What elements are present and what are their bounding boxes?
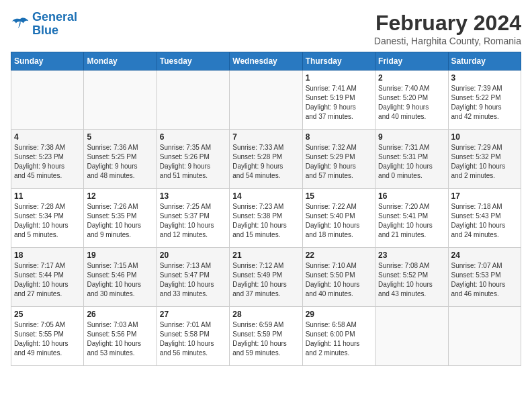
- calendar-cell: 11Sunrise: 7:28 AM Sunset: 5:34 PM Dayli…: [11, 189, 84, 248]
- calendar-cell: 21Sunrise: 7:12 AM Sunset: 5:49 PM Dayli…: [230, 248, 302, 307]
- day-info: Sunrise: 7:20 AM Sunset: 5:41 PM Dayligh…: [378, 202, 445, 240]
- calendar-cell: [157, 71, 229, 130]
- day-info: Sunrise: 7:25 AM Sunset: 5:37 PM Dayligh…: [160, 202, 226, 240]
- logo-text: GeneralBlue: [32, 11, 77, 38]
- calendar-table: SundayMondayTuesdayWednesdayThursdayFrid…: [11, 52, 521, 366]
- calendar-cell: 29Sunrise: 6:58 AM Sunset: 6:00 PM Dayli…: [302, 307, 375, 366]
- day-info: Sunrise: 7:28 AM Sunset: 5:34 PM Dayligh…: [14, 202, 81, 240]
- calendar-cell: 27Sunrise: 7:01 AM Sunset: 5:58 PM Dayli…: [157, 307, 229, 366]
- day-number: 4: [14, 132, 81, 142]
- day-number: 16: [378, 191, 445, 201]
- day-number: 29: [306, 310, 372, 319]
- calendar-cell: 23Sunrise: 7:08 AM Sunset: 5:52 PM Dayli…: [375, 248, 448, 307]
- day-number: 19: [87, 250, 153, 260]
- col-header-thursday: Thursday: [302, 52, 375, 71]
- day-info: Sunrise: 7:08 AM Sunset: 5:52 PM Dayligh…: [378, 261, 445, 299]
- calendar-cell: 12Sunrise: 7:26 AM Sunset: 5:35 PM Dayli…: [84, 189, 157, 248]
- day-info: Sunrise: 7:01 AM Sunset: 5:58 PM Dayligh…: [160, 320, 226, 358]
- month-title: February 2024: [374, 11, 521, 36]
- day-number: 18: [14, 250, 81, 260]
- day-info: Sunrise: 7:22 AM Sunset: 5:40 PM Dayligh…: [306, 202, 372, 240]
- day-number: 10: [451, 132, 518, 142]
- calendar-cell: 22Sunrise: 7:10 AM Sunset: 5:50 PM Dayli…: [302, 248, 375, 307]
- day-info: Sunrise: 7:36 AM Sunset: 5:25 PM Dayligh…: [87, 143, 153, 181]
- day-info: Sunrise: 7:26 AM Sunset: 5:35 PM Dayligh…: [87, 202, 153, 240]
- day-info: Sunrise: 7:07 AM Sunset: 5:53 PM Dayligh…: [451, 261, 518, 299]
- calendar-cell: 13Sunrise: 7:25 AM Sunset: 5:37 PM Dayli…: [157, 189, 229, 248]
- col-header-sunday: Sunday: [11, 52, 84, 71]
- day-info: Sunrise: 7:15 AM Sunset: 5:46 PM Dayligh…: [87, 261, 153, 299]
- calendar-cell: 18Sunrise: 7:17 AM Sunset: 5:44 PM Dayli…: [11, 248, 84, 307]
- day-info: Sunrise: 7:32 AM Sunset: 5:29 PM Dayligh…: [306, 143, 372, 181]
- day-info: Sunrise: 7:05 AM Sunset: 5:55 PM Dayligh…: [14, 320, 81, 358]
- day-number: 11: [14, 191, 81, 201]
- calendar-cell: 26Sunrise: 7:03 AM Sunset: 5:56 PM Dayli…: [84, 307, 157, 366]
- calendar-cell: 16Sunrise: 7:20 AM Sunset: 5:41 PM Dayli…: [375, 189, 448, 248]
- day-info: Sunrise: 7:41 AM Sunset: 5:19 PM Dayligh…: [306, 84, 372, 122]
- day-number: 7: [232, 132, 299, 142]
- calendar-cell: [84, 71, 157, 130]
- day-number: 22: [306, 250, 372, 260]
- day-info: Sunrise: 7:23 AM Sunset: 5:38 PM Dayligh…: [232, 202, 299, 240]
- calendar-cell: 4Sunrise: 7:38 AM Sunset: 5:23 PM Daylig…: [11, 130, 84, 189]
- day-number: 2: [378, 73, 445, 83]
- page-header: GeneralBlue February 2024 Danesti, Hargh…: [11, 11, 521, 46]
- calendar-cell: [375, 307, 448, 366]
- day-number: 27: [160, 310, 226, 319]
- col-header-wednesday: Wednesday: [230, 52, 302, 71]
- day-number: 9: [378, 132, 445, 142]
- day-info: Sunrise: 7:12 AM Sunset: 5:49 PM Dayligh…: [232, 261, 299, 299]
- day-info: Sunrise: 7:17 AM Sunset: 5:44 PM Dayligh…: [14, 261, 81, 299]
- day-info: Sunrise: 7:33 AM Sunset: 5:28 PM Dayligh…: [232, 143, 299, 181]
- logo-bird-icon: [11, 17, 30, 32]
- day-info: Sunrise: 7:31 AM Sunset: 5:31 PM Dayligh…: [378, 143, 445, 181]
- day-info: Sunrise: 7:39 AM Sunset: 5:22 PM Dayligh…: [451, 84, 518, 122]
- calendar-cell: [448, 307, 521, 366]
- calendar-cell: 20Sunrise: 7:13 AM Sunset: 5:47 PM Dayli…: [157, 248, 229, 307]
- calendar-cell: 17Sunrise: 7:18 AM Sunset: 5:43 PM Dayli…: [448, 189, 521, 248]
- day-number: 21: [232, 250, 299, 260]
- calendar-cell: 25Sunrise: 7:05 AM Sunset: 5:55 PM Dayli…: [11, 307, 84, 366]
- day-number: 24: [451, 250, 518, 260]
- day-info: Sunrise: 7:18 AM Sunset: 5:43 PM Dayligh…: [451, 202, 518, 240]
- day-info: Sunrise: 7:29 AM Sunset: 5:32 PM Dayligh…: [451, 143, 518, 181]
- col-header-monday: Monday: [84, 52, 157, 71]
- calendar-cell: 8Sunrise: 7:32 AM Sunset: 5:29 PM Daylig…: [302, 130, 375, 189]
- day-number: 8: [306, 132, 372, 142]
- day-number: 20: [160, 250, 226, 260]
- calendar-cell: 7Sunrise: 7:33 AM Sunset: 5:28 PM Daylig…: [230, 130, 302, 189]
- logo: GeneralBlue: [11, 11, 77, 38]
- calendar-cell: 2Sunrise: 7:40 AM Sunset: 5:20 PM Daylig…: [375, 71, 448, 130]
- calendar-cell: 9Sunrise: 7:31 AM Sunset: 5:31 PM Daylig…: [375, 130, 448, 189]
- day-number: 28: [232, 310, 299, 319]
- day-number: 26: [87, 310, 153, 319]
- day-number: 6: [160, 132, 226, 142]
- day-number: 5: [87, 132, 153, 142]
- day-info: Sunrise: 7:40 AM Sunset: 5:20 PM Dayligh…: [378, 84, 445, 122]
- calendar-cell: 28Sunrise: 6:59 AM Sunset: 5:59 PM Dayli…: [230, 307, 302, 366]
- day-info: Sunrise: 6:59 AM Sunset: 5:59 PM Dayligh…: [232, 320, 299, 358]
- col-header-saturday: Saturday: [448, 52, 521, 71]
- day-info: Sunrise: 7:13 AM Sunset: 5:47 PM Dayligh…: [160, 261, 226, 299]
- calendar-cell: 1Sunrise: 7:41 AM Sunset: 5:19 PM Daylig…: [302, 71, 375, 130]
- calendar-cell: 24Sunrise: 7:07 AM Sunset: 5:53 PM Dayli…: [448, 248, 521, 307]
- col-header-tuesday: Tuesday: [157, 52, 229, 71]
- day-info: Sunrise: 7:38 AM Sunset: 5:23 PM Dayligh…: [14, 143, 81, 181]
- location-subtitle: Danesti, Harghita County, Romania: [374, 36, 521, 46]
- calendar-cell: 15Sunrise: 7:22 AM Sunset: 5:40 PM Dayli…: [302, 189, 375, 248]
- day-number: 15: [306, 191, 372, 201]
- day-number: 13: [160, 191, 226, 201]
- day-number: 17: [451, 191, 518, 201]
- day-info: Sunrise: 7:35 AM Sunset: 5:26 PM Dayligh…: [160, 143, 226, 181]
- day-number: 12: [87, 191, 153, 201]
- day-number: 1: [306, 73, 372, 83]
- calendar-cell: 6Sunrise: 7:35 AM Sunset: 5:26 PM Daylig…: [157, 130, 229, 189]
- calendar-cell: 14Sunrise: 7:23 AM Sunset: 5:38 PM Dayli…: [230, 189, 302, 248]
- calendar-cell: [11, 71, 84, 130]
- calendar-cell: 3Sunrise: 7:39 AM Sunset: 5:22 PM Daylig…: [448, 71, 521, 130]
- calendar-cell: 10Sunrise: 7:29 AM Sunset: 5:32 PM Dayli…: [448, 130, 521, 189]
- day-info: Sunrise: 6:58 AM Sunset: 6:00 PM Dayligh…: [306, 320, 372, 358]
- calendar-cell: 5Sunrise: 7:36 AM Sunset: 5:25 PM Daylig…: [84, 130, 157, 189]
- day-number: 14: [232, 191, 299, 201]
- calendar-cell: [230, 71, 302, 130]
